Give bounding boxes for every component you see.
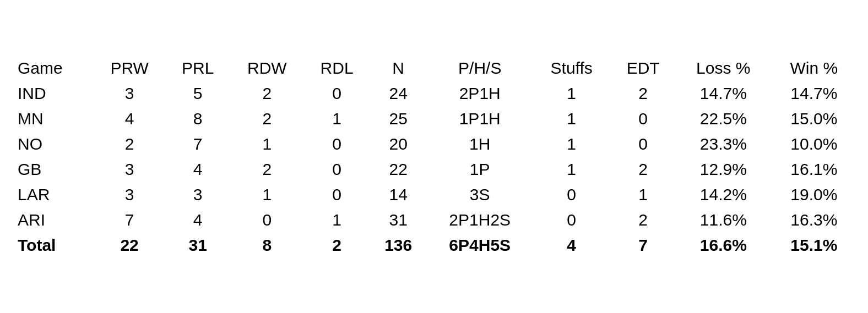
total-prl: 31	[166, 233, 230, 258]
cell-rdl: 0	[304, 157, 370, 182]
cell-prw: 3	[93, 157, 166, 182]
cell-phs: 1P1H	[427, 106, 533, 131]
total-game: Total	[11, 233, 93, 258]
col-header-stuffs: Stuffs	[533, 56, 610, 81]
cell-rdw: 1	[230, 131, 304, 157]
col-header-phs: P/H/S	[427, 56, 533, 81]
col-header-rdl: RDL	[304, 56, 370, 81]
cell-prw: 4	[93, 106, 166, 131]
cell-stuffs: 0	[533, 182, 610, 207]
col-header-win: Win %	[771, 56, 857, 81]
total-rdl: 2	[304, 233, 370, 258]
total-row: Total2231821366P4H5S4716.6%15.1%	[11, 233, 857, 258]
total-n: 136	[370, 233, 427, 258]
cell-game: MN	[11, 106, 93, 131]
cell-phs: 1H	[427, 131, 533, 157]
cell-loss: 12.9%	[676, 157, 771, 182]
cell-loss: 11.6%	[676, 207, 771, 233]
cell-prw: 2	[93, 131, 166, 157]
cell-win: 16.1%	[771, 157, 857, 182]
cell-stuffs: 0	[533, 207, 610, 233]
total-edt: 7	[610, 233, 676, 258]
col-header-loss: Loss %	[676, 56, 771, 81]
col-header-prl: PRL	[166, 56, 230, 81]
col-header-edt: EDT	[610, 56, 676, 81]
cell-prl: 5	[166, 81, 230, 106]
col-header-n: N	[370, 56, 427, 81]
cell-prl: 3	[166, 182, 230, 207]
cell-game: LAR	[11, 182, 93, 207]
cell-loss: 22.5%	[676, 106, 771, 131]
cell-stuffs: 1	[533, 157, 610, 182]
cell-win: 10.0%	[771, 131, 857, 157]
cell-stuffs: 1	[533, 81, 610, 106]
cell-rdw: 0	[230, 207, 304, 233]
total-phs: 6P4H5S	[427, 233, 533, 258]
header-row: Game PRW PRL RDW RDL N P/H/S Stuffs EDT …	[11, 56, 857, 81]
col-header-rdw: RDW	[230, 56, 304, 81]
total-win: 15.1%	[771, 233, 857, 258]
cell-rdl: 0	[304, 81, 370, 106]
cell-n: 24	[370, 81, 427, 106]
cell-edt: 0	[610, 106, 676, 131]
cell-win: 14.7%	[771, 81, 857, 106]
cell-prw: 7	[93, 207, 166, 233]
total-rdw: 8	[230, 233, 304, 258]
cell-rdl: 0	[304, 182, 370, 207]
cell-rdl: 1	[304, 106, 370, 131]
stats-table-container: Game PRW PRL RDW RDL N P/H/S Stuffs EDT …	[0, 50, 868, 263]
cell-loss: 14.2%	[676, 182, 771, 207]
cell-n: 25	[370, 106, 427, 131]
cell-rdw: 2	[230, 157, 304, 182]
table-row: IND3520242P1H1214.7%14.7%	[11, 81, 857, 106]
cell-win: 19.0%	[771, 182, 857, 207]
table-row: MN4821251P1H1022.5%15.0%	[11, 106, 857, 131]
cell-n: 20	[370, 131, 427, 157]
cell-rdl: 0	[304, 131, 370, 157]
total-loss: 16.6%	[676, 233, 771, 258]
table-row: NO2710201H1023.3%10.0%	[11, 131, 857, 157]
table-row: GB3420221P1212.9%16.1%	[11, 157, 857, 182]
table-row: ARI7401312P1H2S0211.6%16.3%	[11, 207, 857, 233]
cell-stuffs: 1	[533, 106, 610, 131]
cell-prl: 8	[166, 106, 230, 131]
cell-rdl: 1	[304, 207, 370, 233]
cell-game: ARI	[11, 207, 93, 233]
cell-rdw: 1	[230, 182, 304, 207]
cell-prw: 3	[93, 81, 166, 106]
cell-game: IND	[11, 81, 93, 106]
stats-table: Game PRW PRL RDW RDL N P/H/S Stuffs EDT …	[11, 56, 857, 258]
total-prw: 22	[93, 233, 166, 258]
cell-loss: 23.3%	[676, 131, 771, 157]
cell-phs: 2P1H2S	[427, 207, 533, 233]
cell-phs: 1P	[427, 157, 533, 182]
cell-prl: 4	[166, 207, 230, 233]
total-stuffs: 4	[533, 233, 610, 258]
col-header-prw: PRW	[93, 56, 166, 81]
cell-edt: 1	[610, 182, 676, 207]
cell-phs: 3S	[427, 182, 533, 207]
cell-edt: 2	[610, 207, 676, 233]
cell-stuffs: 1	[533, 131, 610, 157]
col-header-game: Game	[11, 56, 93, 81]
cell-win: 16.3%	[771, 207, 857, 233]
cell-n: 14	[370, 182, 427, 207]
cell-rdw: 2	[230, 81, 304, 106]
cell-win: 15.0%	[771, 106, 857, 131]
cell-edt: 0	[610, 131, 676, 157]
cell-prl: 7	[166, 131, 230, 157]
cell-rdw: 2	[230, 106, 304, 131]
table-row: LAR3310143S0114.2%19.0%	[11, 182, 857, 207]
cell-game: NO	[11, 131, 93, 157]
cell-n: 31	[370, 207, 427, 233]
cell-game: GB	[11, 157, 93, 182]
cell-edt: 2	[610, 81, 676, 106]
cell-phs: 2P1H	[427, 81, 533, 106]
cell-n: 22	[370, 157, 427, 182]
cell-loss: 14.7%	[676, 81, 771, 106]
cell-prw: 3	[93, 182, 166, 207]
cell-prl: 4	[166, 157, 230, 182]
cell-edt: 2	[610, 157, 676, 182]
